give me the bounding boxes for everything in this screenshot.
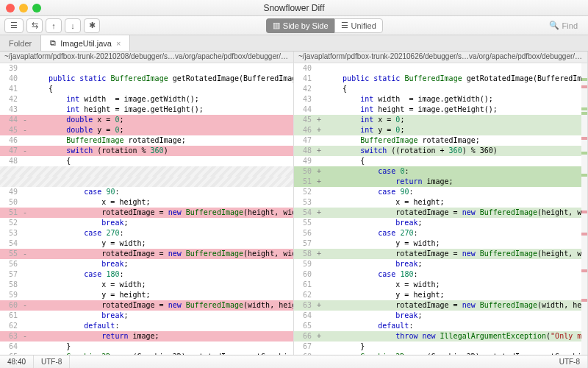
unified-button[interactable]: ☰Unified — [334, 18, 383, 33]
line-number: 40 — [294, 63, 315, 74]
code-text: { — [323, 156, 365, 166]
left-encoding[interactable]: UTF-8 — [34, 355, 70, 368]
diff-marker: - — [21, 331, 29, 342]
code-text: break; — [323, 259, 422, 269]
code-row: 47 BufferedImage rotatedImage; — [294, 135, 587, 146]
sidebar-icon: ☰ — [10, 21, 18, 30]
diff-marker — [315, 218, 323, 228]
code-text: case 180: — [29, 269, 123, 280]
zoom-window-button[interactable] — [32, 4, 41, 13]
code-text: default: — [29, 321, 119, 331]
code-text: break; — [29, 259, 128, 269]
line-number: 66 — [294, 331, 315, 342]
code-text: break; — [323, 311, 422, 321]
right-pane[interactable]: 4041 public static BufferedImage getRota… — [294, 63, 588, 355]
line-number: 55 — [0, 249, 21, 259]
tab-file[interactable]: ⧉ ImageUtil.java × — [41, 35, 130, 51]
code-row: 56 case 270: — [294, 228, 587, 238]
diff-marker — [21, 105, 29, 115]
line-number: 56 — [294, 228, 315, 238]
diff-marker — [21, 269, 29, 280]
code-text: Graphics2D g = (Graphics2D) rotatedImage… — [29, 352, 293, 355]
prev-diff-button[interactable]: ↑ — [46, 18, 62, 33]
code-text: switch (rotation % 360) — [29, 146, 168, 156]
diff-marker — [21, 321, 29, 331]
minimize-window-button[interactable] — [19, 4, 28, 13]
code-row: 44 int height = image.getHeight(); — [294, 105, 587, 115]
minimap[interactable] — [581, 63, 587, 355]
tab-bar: Folder ⧉ ImageUtil.java × — [0, 35, 588, 52]
code-row: 46 BufferedImage rotatedImage; — [0, 135, 293, 146]
code-text: break; — [323, 218, 422, 228]
options-button[interactable]: ✱ — [84, 18, 100, 33]
java-file-icon: ⧉ — [50, 38, 56, 48]
code-row: 54+ rotatedImage = new BufferedImage(hei… — [294, 208, 587, 218]
code-text: int x = 0; — [323, 115, 404, 125]
code-text — [29, 63, 31, 74]
code-text: case 90: — [323, 187, 413, 197]
cursor-position: 48:40 — [0, 355, 34, 368]
code-text — [29, 177, 31, 187]
line-number: 58 — [294, 249, 315, 259]
code-text: rotatedImage = new BufferedImage(height,… — [323, 208, 587, 218]
line-number: 51 — [294, 177, 315, 187]
line-number: 43 — [0, 105, 21, 115]
line-number: 60 — [0, 300, 21, 311]
code-row: 58 x = width; — [0, 280, 293, 290]
line-number: 61 — [294, 280, 315, 290]
diff-marker — [315, 352, 323, 355]
line-number: 52 — [0, 218, 21, 228]
tab-folder[interactable]: Folder — [0, 35, 41, 51]
diff-marker: - — [21, 146, 29, 156]
code-row: 59 break; — [294, 259, 587, 269]
sidebar-toggle-button[interactable]: ☰ — [4, 18, 24, 33]
sync-scroll-button[interactable]: ⇆ — [26, 18, 43, 33]
diff-marker — [315, 63, 323, 74]
line-number: 42 — [294, 84, 315, 94]
code-row: 52 case 90: — [294, 187, 587, 197]
line-number: 51 — [0, 208, 21, 218]
side-by-side-button[interactable]: ▥Side by Side — [266, 18, 334, 33]
code-text: rotatedImage = new BufferedImage(width, … — [323, 300, 587, 311]
left-pane[interactable]: 3940 public static BufferedImage getRota… — [0, 63, 294, 355]
code-text: default: — [323, 321, 413, 331]
code-text: double x = 0; — [29, 115, 123, 125]
code-text — [323, 63, 325, 74]
diff-marker: + — [315, 125, 323, 135]
diff-marker — [21, 177, 29, 187]
diff-marker — [21, 290, 29, 300]
next-diff-button[interactable]: ↓ — [65, 18, 81, 33]
diff-marker — [21, 94, 29, 105]
code-text: double y = 0; — [29, 125, 123, 135]
code-row: 53 case 270: — [0, 228, 293, 238]
line-number: 45 — [0, 125, 21, 135]
code-row: 49 case 90: — [0, 187, 293, 197]
arrow-down-icon: ↓ — [71, 21, 75, 30]
line-number: 57 — [0, 269, 21, 280]
diff-marker — [315, 280, 323, 290]
close-tab-icon[interactable]: × — [116, 39, 121, 48]
code-text: rotatedImage = new BufferedImage(height,… — [323, 249, 587, 259]
diff-marker — [315, 74, 323, 84]
code-row: 41 public static BufferedImage getRotate… — [294, 74, 587, 84]
line-number: 59 — [294, 259, 315, 269]
view-mode-segment: ▥Side by Side ☰Unified — [266, 18, 383, 33]
sync-scroll-icon: ⇆ — [32, 21, 38, 30]
diff-marker — [315, 197, 323, 208]
close-window-button[interactable] — [6, 4, 15, 13]
code-row: 56 break; — [0, 259, 293, 269]
right-encoding[interactable]: UTF-8 — [552, 355, 588, 368]
line-number: 54 — [0, 238, 21, 249]
diff-marker — [315, 311, 323, 321]
code-text: y = height; — [29, 290, 151, 300]
code-row: 48+ switch ((rotation + 360) % 360) — [294, 146, 587, 156]
code-text: switch ((rotation + 360) % 360) — [323, 146, 498, 156]
code-text: public static BufferedImage getRotatedIm… — [29, 74, 293, 84]
code-row: 59 y = height; — [0, 290, 293, 300]
code-row: 65 Graphics2D g = (Graphics2D) rotatedIm… — [0, 352, 293, 355]
line-number: 57 — [294, 238, 315, 249]
search-icon: 🔍 — [549, 21, 559, 30]
list-icon: ☰ — [341, 21, 348, 30]
find-button[interactable]: 🔍Find — [549, 21, 584, 30]
code-row: 42 int width = image.getWidth(); — [0, 94, 293, 105]
